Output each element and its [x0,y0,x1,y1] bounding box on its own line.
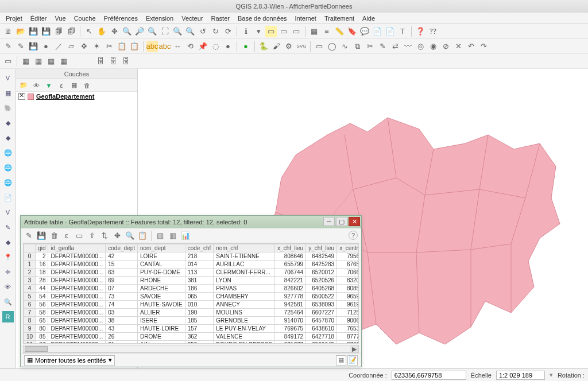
cell-code_dept[interactable]: 43 [106,325,138,333]
svg-icon[interactable]: SVG [296,41,307,52]
row-header[interactable]: 0 [24,252,36,261]
row-header[interactable]: 4 [24,285,36,293]
table-row[interactable]: 218DEPARTEM00000...63PUY-DE-DOME113CLERM… [24,269,359,277]
cell-nom_dept[interactable]: ISERE [137,317,185,325]
pan-to-selection-icon[interactable]: ✥ [109,26,120,37]
cell-nom_chf[interactable]: BOURG-EN-BRESSE [214,341,275,344]
menu-preferences[interactable]: Préférences [100,14,141,23]
add-mssql-layer-icon[interactable]: ◆ [2,132,14,143]
cell-code_dept[interactable]: 26 [106,333,138,341]
cell-x_centroid[interactable]: 961914 [337,301,359,309]
invert-sel-icon[interactable]: ⇅ [99,230,110,242]
cell-code_dept[interactable]: 38 [106,317,138,325]
row-header[interactable]: 7 [24,309,36,317]
cell-gid[interactable]: 18 [36,269,48,277]
cell-nom_chf[interactable]: ANNECY [214,301,275,309]
menu-raster[interactable]: Raster [208,14,233,23]
split-icon[interactable]: ✂ [364,41,376,52]
zoom-out-icon[interactable]: 🔎 [134,26,145,37]
cell-code_chf[interactable]: 010 [185,301,214,309]
column-header-y_chf_lieu[interactable]: y_chf_lieu [306,244,337,252]
cell-code_chf[interactable]: 190 [185,309,214,317]
add-spatialite-layer-icon[interactable]: ◆ [2,117,14,129]
db-export-icon[interactable]: 🗄 [120,56,131,67]
layer-checkbox[interactable] [18,93,25,100]
cell-gid[interactable]: 54 [36,293,48,301]
layer-expression-icon[interactable]: ε [56,80,67,91]
attribute-grid[interactable]: gidid_geoflacode_deptnom_deptcode_chfnom… [23,243,359,344]
fillring-icon[interactable]: ◉ [427,41,439,52]
cell-code_chf[interactable]: 381 [185,277,214,285]
zoom-next-icon[interactable]: ↻ [210,26,221,37]
refresh-icon[interactable]: ⟳ [222,26,234,37]
cell-x_centroid[interactable]: 900647 [337,317,359,325]
add-wfs-layer-icon[interactable]: 🌐 [2,177,14,188]
redo-icon[interactable]: ↷ [478,41,489,52]
cell-id_geofla[interactable]: DEPARTEM00000... [48,269,106,277]
menu-couche[interactable]: Couche [71,14,99,23]
cell-nom_chf[interactable]: GRENOBLE [214,317,275,325]
cell-nom_chf[interactable]: MOULINS [214,309,275,317]
save-project-icon[interactable]: 💾 [28,26,39,37]
scroll-right-arrow-icon[interactable]: ▶ [350,345,358,352]
delpart-icon[interactable]: ✕ [452,41,464,52]
select-by-expr-table-icon[interactable]: ε [61,230,72,242]
layer-add-group-icon[interactable]: 📁 [18,80,29,91]
open-project-icon[interactable]: 📂 [15,26,26,37]
cell-x_chf_lieu[interactable]: 871777 [275,341,306,344]
new-project-icon[interactable]: 🗎 [2,26,14,37]
row-header[interactable]: 6 [24,301,36,309]
table-row[interactable]: 865DEPARTEM00000...38ISERE185GRENOBLE914… [24,317,359,325]
cell-x_centroid[interactable]: 712546 [337,309,359,317]
cell-nom_chf[interactable]: LYON [214,277,275,285]
cell-code_dept[interactable]: 69 [106,277,138,285]
layout-manager-icon[interactable]: 🗐 [65,26,77,37]
select-expr-icon[interactable]: ▭ [278,26,289,37]
python-console-icon[interactable]: 🐍 [258,41,269,52]
cell-code_dept[interactable]: 03 [106,309,138,317]
cell-y_chf_lieu[interactable]: 6520012 [306,269,337,277]
cell-code_chf[interactable]: 065 [185,293,214,301]
scale-input[interactable] [496,371,545,380]
offset-icon[interactable]: ⇄ [389,41,401,52]
label-abc-icon[interactable]: abc [146,41,158,52]
cell-code_dept[interactable]: 15 [106,261,138,269]
cell-gid[interactable]: 58 [36,309,48,317]
cell-code_chf[interactable]: 186 [185,285,214,293]
cell-x_centroid[interactable]: 876685 [337,341,359,344]
cell-x_centroid[interactable]: 706634 [337,269,359,277]
cell-y_chf_lieu[interactable]: 6457870 [306,317,337,325]
row-header[interactable]: 5 [24,293,36,301]
map-tips-icon[interactable]: 💬 [359,26,370,37]
cell-id_geofla[interactable]: DEPARTEM00000... [48,325,106,333]
label-rotate-icon[interactable]: ⟲ [184,41,196,52]
cell-y_chf_lieu[interactable]: 6520526 [306,277,337,285]
cell-x_centroid[interactable]: 808517 [337,285,359,293]
simplify-icon[interactable]: 〰 [402,41,413,52]
digitize-curve-icon[interactable]: ∿ [339,41,350,52]
row-header[interactable]: 3 [24,277,36,285]
coordinate-capture-icon[interactable]: ✛ [2,266,14,278]
deselect-icon[interactable]: ▭ [291,26,302,37]
save-as-icon[interactable]: 💾 [40,26,52,37]
metasearch-icon[interactable]: 🔍 [2,296,14,308]
cell-nom_dept[interactable]: SAVOIE [137,293,185,301]
cell-nom_chf[interactable]: LE PUY-EN-VELAY [214,325,275,333]
db-query-icon[interactable]: 🗄 [107,56,119,67]
add-wcs-layer-icon[interactable]: 🌐 [2,162,14,173]
save-edits-table-icon[interactable]: 💾 [36,230,47,242]
add-vector-layer-icon[interactable]: V [2,72,14,84]
column-header-x_chf_lieu[interactable]: x_chf_lieu [275,244,306,252]
cell-code_dept[interactable]: 74 [106,301,138,309]
table-row[interactable]: 444DEPARTEM00000...07ARDECHE186PRIVAS826… [24,285,359,293]
save-edits-icon[interactable]: 💾 [28,41,39,52]
cell-y_chf_lieu[interactable]: 6569645 [306,341,337,344]
style-manager-icon[interactable]: 🖌 [270,41,282,52]
toggle-edit-icon[interactable]: ✎ [23,230,34,242]
column-header-code_dept[interactable]: code_dept [106,244,138,252]
snap-opts-icon[interactable]: ▦ [20,56,32,67]
open-attr-table-icon[interactable]: ▦ [308,26,320,37]
cell-x_chf_lieu[interactable]: 849172 [275,333,306,341]
cell-nom_dept[interactable]: ALLIER [137,309,185,317]
cell-nom_chf[interactable]: VALENCE [214,333,275,341]
